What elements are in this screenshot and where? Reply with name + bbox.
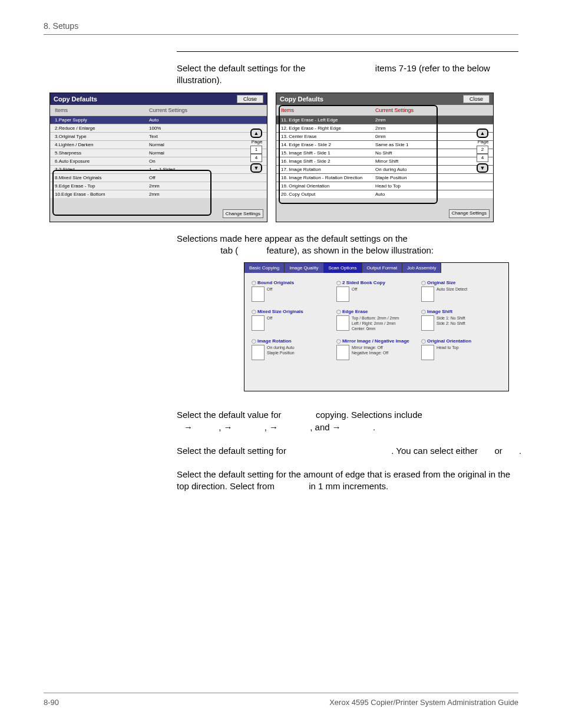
arrow-icon: → (332, 422, 341, 432)
table-row[interactable]: 9.Edge Erase - Top2mm (50, 182, 267, 190)
table-row[interactable]: 7.2 Sided1 → 1 Sided (50, 165, 267, 173)
option-value: Off (267, 315, 272, 321)
row-item: 20. Copy Output (281, 192, 375, 197)
table-row[interactable]: 11. Edge Erase - Left Edge2mm (276, 116, 493, 124)
page-label: Page (250, 139, 263, 144)
page-current: 2 (477, 146, 488, 154)
row-item: 4.Lighten / Darken (55, 142, 149, 147)
table-row[interactable]: 13. Center Erase0mm (276, 132, 493, 140)
scroll-down-button[interactable]: ▼ (477, 163, 488, 173)
table-row[interactable]: 12. Edge Erase - Right Edge2mm (276, 124, 493, 132)
option-image-shift[interactable]: Image ShiftSide 1: No ShiftSide 2: No Sh… (421, 309, 501, 331)
tab-job-assembly[interactable]: Job Assembly (402, 263, 441, 273)
table-row[interactable]: 17. Image RotationOn during Auto (276, 165, 493, 173)
scroll-up-button[interactable]: ▲ (477, 129, 488, 138)
table-row[interactable]: 5.SharpnessNormal (50, 149, 267, 157)
option-title: 2 Sided Book Copy (336, 280, 416, 285)
table-row[interactable]: 6.Auto ExposureOn (50, 157, 267, 165)
row-item: 11. Edge Erase - Left Edge (281, 117, 375, 123)
mid-paragraph: Selections made here appear as the defau… (177, 233, 548, 257)
mid-text-3: feature), as shown in the below illustra… (267, 245, 434, 255)
panel-title: Copy Defaults (54, 95, 97, 103)
option-thumb (336, 345, 349, 360)
tab-output-format[interactable]: Output Format (362, 263, 403, 273)
option-2-sided-book-copy[interactable]: 2 Sided Book CopyOff (336, 280, 416, 302)
option-value: Side 1: No ShiftSide 2: No Shift (437, 315, 465, 326)
close-button[interactable]: Close (463, 95, 490, 103)
row-item: 13. Center Erase (281, 134, 375, 139)
row-setting: 1 → 1 Sided (149, 167, 262, 172)
sec8-d: . (519, 446, 521, 456)
option-bound-originals[interactable]: Bound OriginalsOff (252, 280, 332, 302)
option-mixed-size-originals[interactable]: Mixed Size OriginalsOff (252, 309, 332, 331)
row-item: 17. Image Rotation (281, 167, 375, 172)
option-thumb (421, 345, 434, 360)
scroll-up-button[interactable]: ▲ (250, 129, 262, 138)
option-thumb (336, 286, 349, 302)
option-original-orientation[interactable]: Original OrientationHead to Top (421, 338, 501, 360)
option-title: Image Shift (421, 309, 501, 314)
scroll-down-button[interactable]: ▼ (250, 163, 262, 173)
sec7-d: , (265, 422, 269, 432)
sec7-e: , and (310, 422, 332, 432)
row-setting: Text (149, 134, 262, 139)
option-mirror-image-negative-image[interactable]: Mirror Image / Negative ImageMirror Imag… (336, 338, 416, 360)
table-row[interactable]: 4.Lighten / DarkenNormal (50, 140, 267, 149)
table-row[interactable]: 1.Paper SupplyAuto (50, 116, 267, 124)
table-row[interactable]: 18. Image Rotation - Rotation DirectionS… (276, 173, 493, 182)
tab-basic-copying[interactable]: Basic Copying (244, 263, 285, 273)
arrow-icon: → (269, 422, 278, 432)
table-row[interactable]: 8.Mixed Size OriginalsOff (50, 173, 267, 182)
option-value: Top / Bottom: 2mm / 2mmLeft / Right: 2mm… (352, 315, 399, 331)
option-original-size[interactable]: Original SizeAuto Size Detect (421, 280, 501, 302)
table-row[interactable]: 19. Original OrientationHead to Top (276, 182, 493, 190)
table-row[interactable]: 20. Copy OutputAuto (276, 190, 493, 198)
row-setting: Auto (375, 192, 488, 197)
table-row[interactable]: 3.Original TypeText (50, 132, 267, 140)
mid-text-1: Selections made here appear as the defau… (177, 233, 408, 243)
sec7-c: , (219, 422, 223, 432)
item-8-block: Select the default setting for . You can… (177, 445, 524, 457)
row-setting: Head to Top (375, 183, 488, 189)
copy-defaults-panel-right: Copy Defaults Close Items Current Settin… (276, 93, 494, 222)
close-button[interactable]: Close (237, 95, 263, 103)
table-row[interactable]: 2.Reduce / Enlarge100% (50, 124, 267, 132)
table-row[interactable]: 15. Image Shift - Side 1No Shift (276, 149, 493, 157)
arrow-icon: → (224, 422, 233, 432)
row-setting: 2mm (149, 192, 262, 197)
option-image-rotation[interactable]: Image RotationOn during AutoStaple Posit… (252, 338, 332, 360)
page-number: 8-90 (44, 698, 59, 707)
panel-title: Copy Defaults (280, 95, 323, 103)
row-item: 1.Paper Supply (55, 117, 149, 123)
option-title: Mixed Size Originals (252, 309, 332, 314)
option-thumb (252, 345, 265, 360)
table-row[interactable]: 10.Edge Erase - Bottom2mm (50, 190, 267, 198)
change-settings-button[interactable]: Change Settings (223, 209, 263, 218)
row-setting: Same as Side 1 (375, 142, 488, 147)
row-setting: Staple Position (375, 175, 488, 180)
row-setting: On during Auto (375, 167, 488, 172)
row-item: 2.Reduce / Enlarge (55, 126, 149, 131)
option-edge-erase[interactable]: Edge EraseTop / Bottom: 2mm / 2mmLeft / … (336, 309, 416, 331)
page-total: 4 (250, 154, 262, 162)
intro-text-a: Select the default settings for the (177, 63, 308, 73)
row-item: 9.Edge Erase - Top (55, 183, 149, 189)
table-row[interactable]: 14. Edge Erase - Side 2Same as Side 1 (276, 140, 493, 149)
option-thumb (252, 315, 265, 331)
tab-scan-options[interactable]: Scan Options (324, 263, 362, 273)
row-item: 3.Original Type (55, 134, 149, 139)
row-setting: Off (149, 175, 262, 180)
item-7-block: Select the default value for copying. Se… (177, 409, 524, 433)
row-setting: 2mm (149, 183, 262, 189)
col-header-items: Items (55, 107, 149, 113)
row-setting: Normal (149, 150, 262, 156)
change-settings-button[interactable]: Change Settings (449, 209, 490, 218)
option-title: Bound Originals (252, 280, 332, 285)
chapter-heading: 8. Setups (44, 21, 518, 35)
page-footer: 8-90 Xerox 4595 Copier/Printer System Ad… (44, 693, 518, 707)
sec9-b: in 1 mm increments. (309, 481, 388, 491)
tab-image-quality[interactable]: Image Quality (285, 263, 323, 273)
row-item: 14. Edge Erase - Side 2 (281, 142, 375, 147)
option-value: On during AutoStaple Position (267, 345, 295, 355)
table-row[interactable]: 16. Image Shift - Side 2Mirror Shift (276, 157, 493, 165)
